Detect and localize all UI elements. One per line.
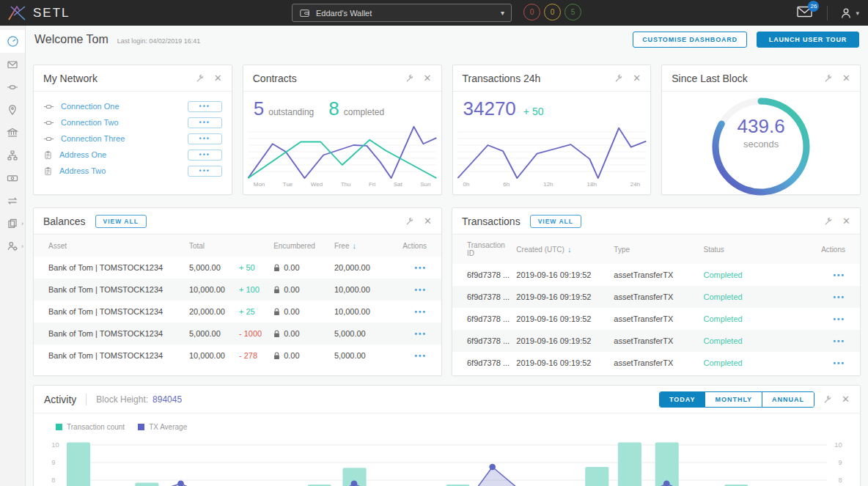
user-menu-button[interactable]: ▾ bbox=[839, 7, 859, 20]
legend-item: TX Average bbox=[138, 423, 187, 431]
row-actions-button[interactable]: ••• bbox=[414, 352, 427, 360]
dashboard-icon bbox=[7, 35, 19, 48]
sort-desc-icon[interactable]: ↓ bbox=[567, 245, 572, 254]
total-cell: 5,000.00+ 50 bbox=[186, 257, 271, 279]
row-actions-button[interactable]: ••• bbox=[833, 293, 845, 301]
column-header[interactable]: Encumbered bbox=[271, 235, 331, 257]
close-icon[interactable]: ✕ bbox=[633, 73, 641, 83]
configure-wrench-icon[interactable] bbox=[405, 73, 415, 83]
free-cell: 20,000.00 bbox=[331, 257, 400, 279]
column-header[interactable]: Type bbox=[611, 235, 700, 264]
actions-cell: ••• bbox=[400, 323, 441, 345]
card-balances-header: Balances VIEW ALL ✕ bbox=[34, 208, 441, 235]
completed-count: 8 bbox=[328, 97, 339, 120]
messages-button[interactable]: 26 bbox=[797, 6, 812, 21]
range-button-today[interactable]: TODAY bbox=[660, 392, 705, 407]
x-tick-label: 24h bbox=[630, 181, 640, 188]
network-item-link[interactable]: Address Two bbox=[59, 166, 106, 175]
sidebar-item-locations[interactable] bbox=[0, 98, 25, 121]
sidebar-item-documents[interactable]: › bbox=[0, 212, 25, 235]
last-login-text: Last login: 04/02/2019 16:41 bbox=[117, 37, 201, 45]
status-badge-2[interactable]: 5 bbox=[564, 4, 581, 21]
sidebar-item-user-admin[interactable]: › bbox=[0, 235, 25, 257]
sidebar-item-messages[interactable] bbox=[0, 53, 25, 76]
configure-wrench-icon[interactable] bbox=[405, 216, 415, 226]
tx24-line-chart bbox=[453, 120, 651, 180]
network-item-actions-button[interactable]: ••• bbox=[188, 133, 222, 144]
status-badge-0[interactable]: 0 bbox=[523, 4, 540, 21]
close-icon[interactable]: ✕ bbox=[842, 73, 850, 83]
sidebar-item-cash[interactable] bbox=[0, 166, 25, 189]
actions-cell: ••• bbox=[818, 264, 860, 286]
close-icon[interactable]: ✕ bbox=[842, 216, 850, 226]
column-header[interactable]: Free↓ bbox=[331, 235, 400, 257]
configure-wrench-icon[interactable] bbox=[196, 73, 205, 83]
card-my-network-header: My Network ✕ bbox=[34, 65, 232, 92]
lock-icon bbox=[273, 286, 280, 294]
sidebar-item-dashboard[interactable] bbox=[0, 30, 25, 53]
close-icon[interactable]: ✕ bbox=[424, 73, 432, 83]
row-actions-button[interactable]: ••• bbox=[833, 337, 845, 345]
column-header[interactable]: Asset bbox=[34, 235, 186, 257]
column-header[interactable]: Actions bbox=[400, 235, 441, 257]
network-list-item: Address Two••• bbox=[43, 163, 222, 179]
range-button-annual[interactable]: ANNUAL bbox=[762, 392, 814, 407]
configure-wrench-icon[interactable] bbox=[824, 216, 834, 226]
connection-icon bbox=[43, 117, 54, 128]
status-badge-1[interactable]: 0 bbox=[544, 4, 561, 21]
asset-cell: Bank of Tom | TOMSTOCK1234 bbox=[34, 301, 186, 323]
column-header[interactable]: Created (UTC)↓ bbox=[513, 235, 611, 264]
sidebar-item-transfers[interactable] bbox=[0, 189, 25, 212]
row-actions-button[interactable]: ••• bbox=[414, 330, 427, 338]
actions-cell: ••• bbox=[818, 352, 860, 374]
documents-icon bbox=[7, 218, 18, 229]
encumbered-cell: 0.00 bbox=[271, 301, 331, 323]
configure-wrench-icon[interactable] bbox=[823, 394, 833, 404]
actions-cell: ••• bbox=[818, 330, 860, 352]
change-value: + 25 bbox=[239, 307, 255, 316]
range-toggle-group: TODAYMONTHLYANNUAL bbox=[659, 391, 814, 408]
row-actions-button[interactable]: ••• bbox=[833, 315, 845, 323]
configure-wrench-icon[interactable] bbox=[614, 73, 624, 83]
svg-text:10: 10 bbox=[51, 441, 59, 449]
x-tick-label: Mon bbox=[254, 181, 265, 188]
launch-user-tour-button[interactable]: LAUNCH USER TOUR bbox=[757, 32, 859, 48]
sidebar-item-network[interactable] bbox=[0, 144, 25, 166]
row-actions-button[interactable]: ••• bbox=[414, 264, 427, 272]
activity-bar-line-chart: 101099887766 bbox=[44, 437, 850, 486]
x-tick-label: 12h bbox=[543, 181, 553, 188]
network-item-link[interactable]: Address One bbox=[59, 150, 106, 159]
sidebar-item-connections[interactable] bbox=[0, 76, 25, 98]
close-icon[interactable]: ✕ bbox=[214, 73, 222, 83]
column-header[interactable]: Total bbox=[186, 235, 271, 257]
balances-view-all-button[interactable]: VIEW ALL bbox=[95, 215, 147, 228]
setl-logo[interactable]: SETL bbox=[0, 4, 117, 22]
column-header[interactable]: Actions bbox=[818, 235, 860, 264]
wallet-selector[interactable]: Eddard's Wallet ▾ bbox=[292, 4, 512, 22]
sort-desc-icon[interactable]: ↓ bbox=[352, 241, 356, 250]
sidebar-item-bank[interactable] bbox=[0, 121, 25, 144]
row-actions-button[interactable]: ••• bbox=[414, 286, 427, 294]
row-actions-button[interactable]: ••• bbox=[833, 359, 845, 367]
status-cell: Completed bbox=[700, 352, 818, 374]
row-actions-button[interactable]: ••• bbox=[414, 308, 427, 316]
close-icon[interactable]: ✕ bbox=[424, 216, 432, 226]
main-content: Welcome Tom Last login: 04/02/2019 16:41… bbox=[26, 26, 868, 486]
network-item-actions-button[interactable]: ••• bbox=[188, 150, 222, 161]
chevron-right-icon: › bbox=[21, 243, 23, 250]
range-button-monthly[interactable]: MONTHLY bbox=[705, 392, 762, 407]
close-icon[interactable]: ✕ bbox=[842, 394, 850, 404]
network-item-link[interactable]: Connection One bbox=[61, 102, 119, 111]
network-item-actions-button[interactable]: ••• bbox=[188, 166, 222, 177]
balances-table-row: Bank of Tom | TOMSTOCK123410,000.00+ 100… bbox=[34, 279, 441, 301]
network-item-link[interactable]: Connection Three bbox=[61, 134, 125, 143]
customise-dashboard-button[interactable]: CUSTOMISE DASHBOARD bbox=[633, 32, 747, 48]
network-item-actions-button[interactable]: ••• bbox=[188, 101, 222, 112]
column-header[interactable]: Status bbox=[700, 235, 818, 264]
row-actions-button[interactable]: ••• bbox=[833, 271, 845, 279]
network-item-actions-button[interactable]: ••• bbox=[188, 117, 222, 128]
network-item-link[interactable]: Connection Two bbox=[61, 118, 119, 127]
transactions-view-all-button[interactable]: VIEW ALL bbox=[530, 215, 581, 228]
column-header[interactable]: Transaction ID bbox=[452, 235, 513, 264]
configure-wrench-icon[interactable] bbox=[824, 73, 834, 83]
